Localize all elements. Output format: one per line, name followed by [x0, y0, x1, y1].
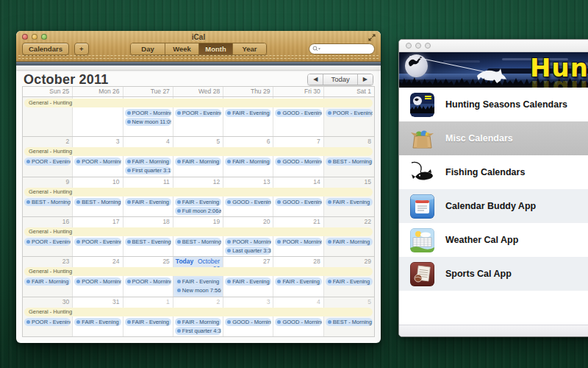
day-cell[interactable]: 9BEST - Morning — [23, 177, 73, 216]
day-cell[interactable]: 5FAIR - Morning — [173, 137, 223, 176]
event-pill[interactable]: FAIR - Morning — [225, 158, 271, 166]
all-day-event[interactable]: General - Hunting — [24, 99, 373, 107]
event-pill[interactable]: POOR - Morning — [74, 277, 121, 286]
event-pill[interactable]: FAIR - Evening — [74, 318, 121, 326]
event-pill[interactable]: FAIR - Evening — [175, 277, 221, 286]
event-pill[interactable]: FAIR - Evening — [225, 277, 271, 286]
event-pill[interactable]: FAIR - Morning — [175, 158, 221, 166]
list-item-calendar-buddy-app[interactable]: Calendar Buddy App — [399, 189, 588, 223]
view-tab-month[interactable]: Month — [198, 43, 232, 54]
day-cell[interactable]: 6FAIR - Morning — [223, 137, 273, 176]
all-day-event[interactable]: General - Hunting — [24, 227, 373, 236]
fullscreen-icon[interactable] — [368, 34, 376, 41]
event-pill[interactable]: POOR - Morning — [125, 109, 171, 117]
event-pill[interactable]: FAIR - Evening — [125, 198, 171, 206]
event-pill[interactable]: Last quarter 3:30am — [225, 247, 271, 255]
day-cell[interactable]: 12FAIR - EveningFull moon 2:06am — [173, 177, 223, 216]
day-cell[interactable]: 14GOOD - Evening — [273, 177, 323, 216]
day-cell[interactable]: 31FAIR - Evening — [73, 297, 123, 336]
add-calendar-button[interactable]: + — [74, 43, 89, 55]
today-button[interactable]: Today — [323, 74, 356, 85]
event-pill[interactable]: BEST - Morning — [326, 158, 373, 166]
day-cell[interactable]: 4FAIR - MorningFirst quarter 3:15am — [123, 137, 173, 176]
day-cell[interactable]: 5BEST - Morning — [324, 297, 374, 336]
event-pill[interactable]: New moon 7:56pm — [175, 286, 221, 294]
day-cell[interactable]: 18BEST - Evening — [123, 217, 173, 256]
event-pill[interactable]: FAIR - Morning — [24, 277, 71, 286]
event-pill[interactable]: FAIR - Morning — [175, 318, 221, 326]
zoom-button[interactable] — [425, 43, 431, 49]
day-cell[interactable]: 10BEST - Morning — [73, 177, 123, 216]
day-cell[interactable]: 30POOR - Evening — [23, 297, 73, 336]
event-pill[interactable]: POOR - Morning — [275, 238, 321, 246]
day-cell[interactable]: 1FAIR - Evening — [123, 297, 173, 336]
event-pill[interactable]: BEST - Evening — [125, 238, 171, 246]
event-pill[interactable]: BEST - Morning — [175, 238, 221, 246]
event-pill[interactable]: FAIR - Evening — [125, 318, 171, 326]
day-cell[interactable]: 19BEST - Morning — [173, 217, 223, 256]
event-pill[interactable]: GOOD - Morning — [225, 318, 271, 326]
event-pill[interactable]: GOOD - Evening — [275, 198, 321, 206]
day-cell[interactable]: 15FAIR - Evening — [324, 177, 374, 216]
event-pill[interactable]: FAIR - Evening — [326, 198, 373, 206]
day-cell[interactable]: 3GOOD - Morning — [223, 297, 273, 336]
day-cell[interactable]: 8BEST - Morning — [324, 137, 374, 176]
event-pill[interactable]: POOR - Evening — [24, 158, 71, 166]
event-pill[interactable]: GOOD - Morning — [275, 318, 321, 326]
event-pill[interactable]: GOOD - Morning — [275, 158, 321, 166]
minimize-button[interactable] — [415, 43, 421, 49]
day-cell[interactable]: 25POOR - Morning — [123, 257, 173, 296]
all-day-event[interactable]: General - Hunting — [24, 188, 373, 197]
day-cell[interactable]: 7GOOD - Morning — [273, 137, 323, 176]
event-pill[interactable]: First quarter 3:15am — [125, 166, 171, 174]
event-pill[interactable]: POOR - Evening — [326, 109, 373, 117]
event-pill[interactable]: FAIR - Evening — [275, 277, 321, 286]
event-pill[interactable]: BEST - Morning — [24, 198, 71, 206]
event-pill[interactable]: GOOD - Evening — [225, 198, 271, 206]
event-pill[interactable]: POOR - Morning — [125, 277, 171, 286]
event-pill[interactable]: First quarter 4:38pm — [175, 327, 221, 335]
day-cell[interactable]: 17POOR - Evening — [73, 217, 123, 256]
event-pill[interactable]: POOR - Evening — [24, 318, 71, 326]
search-field[interactable] — [309, 43, 375, 54]
view-tab-week[interactable]: Week — [165, 43, 198, 54]
view-tab-year[interactable]: Year — [232, 43, 266, 54]
day-cell[interactable]: 2FAIR - MorningFirst quarter 4:38pm — [173, 297, 223, 336]
event-pill[interactable]: FAIR - Evening — [326, 277, 373, 286]
day-cell[interactable]: 20POOR - MorningLast quarter 3:30am — [223, 217, 273, 256]
day-cell[interactable]: 22FAIR - Morning — [324, 217, 374, 256]
list-item-weather-cal-app[interactable]: Weather Cal App — [399, 223, 588, 257]
all-day-event[interactable]: General - Hunting — [24, 308, 373, 316]
day-cell[interactable]: 24POOR - Morning — [73, 257, 123, 296]
search-input[interactable] — [320, 46, 363, 52]
event-pill[interactable]: POOR - Evening — [74, 238, 121, 246]
day-cell[interactable]: 28FAIR - Evening — [273, 257, 323, 296]
event-pill[interactable]: Full moon 2:06am — [175, 207, 221, 215]
event-pill[interactable]: FAIR - Evening — [175, 198, 221, 206]
day-cell[interactable]: 29FAIR - Evening — [324, 257, 374, 296]
day-cell[interactable]: 21POOR - Morning — [273, 217, 323, 256]
event-pill[interactable]: POOR - Morning — [74, 158, 121, 166]
event-pill[interactable]: FAIR - Evening — [225, 109, 271, 117]
event-pill[interactable]: BEST - Morning — [326, 318, 373, 326]
day-cell[interactable]: 2POOR - Evening — [23, 137, 73, 176]
day-cell[interactable]: 4GOOD - Morning — [273, 297, 323, 336]
list-item-hunting-seasons-calendars[interactable]: Hunting Seasons Calendars — [399, 88, 588, 121]
day-cell[interactable]: 23FAIR - Morning — [23, 257, 73, 296]
all-day-event[interactable]: General - Hunting — [24, 147, 373, 156]
day-cell[interactable]: 13GOOD - Evening — [223, 177, 273, 216]
event-pill[interactable]: New moon 11:09am — [125, 118, 171, 126]
event-pill[interactable]: FAIR - Morning — [125, 158, 171, 166]
day-cell[interactable]: 16POOR - Evening — [23, 217, 73, 256]
event-pill[interactable]: FAIR - Morning — [326, 238, 373, 246]
event-pill[interactable]: POOR - Morning — [225, 238, 271, 246]
previous-month-button[interactable]: ◀ — [308, 74, 323, 85]
event-pill[interactable]: POOR - Evening — [24, 238, 71, 246]
all-day-event[interactable]: General - Hunting — [24, 267, 373, 276]
close-button[interactable] — [406, 43, 412, 49]
list-item-misc-calendars[interactable]: Misc Calendars — [399, 121, 588, 155]
next-month-button[interactable]: ▶ — [357, 74, 373, 85]
list-item-fishing-calendars[interactable]: Fishing Calendars — [399, 155, 588, 189]
day-cell[interactable]: 3POOR - Morning — [73, 137, 123, 176]
day-cell[interactable]: 27FAIR - Evening — [223, 257, 273, 296]
